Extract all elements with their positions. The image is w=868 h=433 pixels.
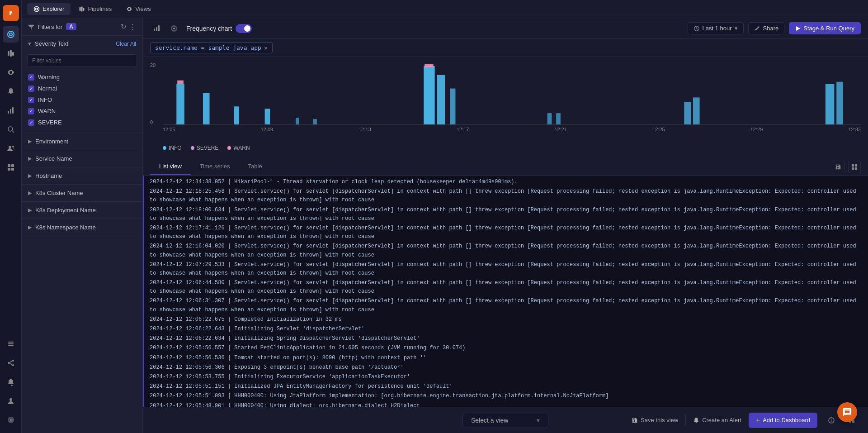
severity-filter-input[interactable] [27, 54, 137, 67]
stage-run-button[interactable]: Stage & Run Query [789, 22, 861, 34]
filter-panel: Filters for A ↻ ⋮ ▾ Severity Text Clear … [22, 18, 143, 433]
log-entry[interactable]: 2024-12-12 12:18:00.634 | Servlet.servic… [144, 205, 868, 224]
time-selector[interactable]: Last 1 hour ▾ [688, 22, 744, 34]
svg-rect-36 [234, 106, 239, 124]
y-label-20: 20 [150, 62, 156, 68]
clear-all-button[interactable]: Clear All [116, 41, 136, 47]
severity-normal-checkbox[interactable] [28, 86, 34, 92]
sidebar-team-icon[interactable] [3, 140, 19, 157]
sidebar-views-icon[interactable] [3, 64, 19, 81]
sidebar-integrations-icon[interactable] [3, 355, 19, 371]
info-icon-btn[interactable]: i [825, 414, 838, 427]
tab-table[interactable]: Table [239, 158, 271, 175]
severity-info-checkbox[interactable] [28, 97, 34, 103]
sidebar-notifications-icon[interactable] [3, 374, 19, 390]
sidebar-list-icon[interactable] [3, 336, 19, 352]
nav-tab-pipelines[interactable]: Pipelines [72, 3, 118, 15]
more-icon[interactable]: ⋮ [129, 23, 136, 31]
severity-severe-checkbox[interactable] [28, 119, 34, 126]
log-entry[interactable]: 2024-12-12 12:05:56.557 | Started PetCli… [144, 343, 868, 353]
hostname-label: Hostname [35, 172, 62, 179]
log-container[interactable]: 2024-12-12 12:34:38.052 | HikariPool-1 -… [143, 176, 868, 407]
x-label-1221: 12:21 [555, 127, 567, 132]
tab-time-series[interactable]: Time series [191, 158, 239, 175]
sidebar-settings-icon[interactable] [3, 412, 19, 428]
nav-tab-views[interactable]: Views [120, 3, 157, 15]
chart-type-icon[interactable] [150, 22, 164, 35]
log-entry[interactable]: 2024-12-12 12:06:22.675 | Completed init… [144, 315, 868, 324]
log-entry[interactable]: 2024-12-12 12:06:22.643 | Initializing S… [144, 324, 868, 334]
collapsible-hostname: ▶ Hostname [22, 167, 142, 185]
create-alert-button[interactable]: Create an Alert [693, 417, 741, 423]
k8s-deployment-header[interactable]: ▶ K8s Deployment Name [22, 202, 142, 219]
chat-bubble[interactable] [837, 402, 857, 422]
log-entry[interactable]: 2024-12-12 12:06:44.580 | Servlet.servic… [144, 278, 868, 296]
severity-item-severe[interactable]: SEVERE [25, 117, 139, 128]
svg-rect-35 [203, 93, 210, 125]
chevron-down-icon: ▾ [28, 40, 31, 47]
filter-tag-remove-icon[interactable]: × [264, 45, 268, 51]
svg-rect-52 [855, 164, 857, 166]
severity-header[interactable]: ▾ Severity Text Clear All [22, 36, 142, 52]
severity-item-info[interactable]: INFO [25, 94, 139, 105]
collapsible-k8s-deployment: ▶ K8s Deployment Name [22, 202, 142, 219]
log-entry[interactable]: 2024-12-12 12:17:41.126 | Servlet.servic… [144, 224, 868, 242]
severity-severe-label: SEVERE [38, 119, 62, 126]
nav-tab-explorer-label: Explorer [42, 5, 64, 12]
sidebar-explorer-icon[interactable] [3, 26, 19, 43]
filter-tag-text: service.name = sample_java_app [155, 44, 261, 51]
nav-tab-explorer[interactable]: Explorer [27, 3, 71, 15]
sidebar-search-icon[interactable] [3, 121, 19, 138]
log-entry[interactable]: 2024-12-12 12:05:53.755 | Initializing E… [144, 372, 868, 382]
log-entry[interactable]: 2024-12-12 12:16:04.020 | Servlet.servic… [144, 242, 868, 260]
k8s-namespace-header[interactable]: ▶ K8s Namespace Name [22, 219, 142, 236]
log-entry[interactable]: 2024-12-12 12:05:56.536 | Tomcat started… [144, 353, 868, 363]
service-name-header[interactable]: ▶ Service Name [22, 150, 142, 167]
severity-warn-checkbox[interactable] [28, 108, 34, 114]
chevron-right-icon: ▶ [28, 138, 32, 144]
k8s-cluster-header[interactable]: ▶ K8s Cluster Name [22, 185, 142, 201]
save-view-button[interactable]: Save this view [632, 417, 678, 423]
filter-header: Filters for A ↻ ⋮ [22, 18, 142, 36]
log-entry[interactable]: 2024-12-12 12:05:48.901 | HHH000400: Usi… [144, 401, 868, 407]
sidebar-pipelines-icon[interactable] [3, 45, 19, 62]
chart-svg [163, 62, 861, 124]
refresh-icon[interactable]: ↻ [121, 23, 127, 31]
svg-rect-26 [81, 6, 83, 11]
frequency-toggle[interactable] [236, 24, 252, 33]
brand-icon[interactable] [3, 5, 19, 21]
svg-rect-44 [425, 64, 434, 67]
nav-tab-views-label: Views [135, 5, 151, 12]
sidebar-alerts-icon[interactable] [3, 83, 19, 100]
log-entry[interactable]: 2024-12-12 12:34:38.052 | HikariPool-1 -… [144, 177, 868, 187]
layout-icon-btn[interactable] [848, 161, 861, 173]
collapsible-k8s-namespace: ▶ K8s Namespace Name [22, 219, 142, 236]
log-entry[interactable]: 2024-12-12 12:05:51.093 | HHH000400: Usi… [144, 391, 868, 401]
select-view-button[interactable]: Select a view ▾ [462, 413, 548, 428]
tabs-bar: List view Time series Table [143, 158, 868, 176]
severity-item-warn[interactable]: WARN [25, 105, 139, 117]
x-label-1205: 12:05 [163, 127, 175, 132]
add-to-dashboard-button[interactable]: + Add to Dashboard [749, 413, 817, 428]
svg-rect-54 [855, 167, 857, 169]
severity-item-warning[interactable]: Warning [25, 71, 139, 83]
sidebar-analytics-icon[interactable] [3, 102, 19, 119]
severity-item-normal[interactable]: Normal [25, 83, 139, 94]
log-entry[interactable]: 2024-12-12 12:07:29.533 | Servlet.servic… [144, 260, 868, 278]
tab-list-view[interactable]: List view [150, 158, 191, 175]
chevron-right-icon-3: ▶ [28, 173, 32, 179]
sidebar-users-icon[interactable] [3, 393, 19, 409]
sidebar-apps-icon[interactable] [3, 159, 19, 176]
settings-icon-btn[interactable] [167, 22, 181, 35]
log-entry[interactable]: 2024-12-12 12:05:51.151 | Initialized JP… [144, 382, 868, 391]
log-entry[interactable]: 2024-12-12 12:05:56.306 | Exposing 3 end… [144, 363, 868, 372]
log-entry[interactable]: 2024-12-12 12:18:25.458 | Servlet.servic… [144, 187, 868, 205]
hostname-header[interactable]: ▶ Hostname [22, 167, 142, 184]
tabs-right [832, 161, 861, 173]
severity-warning-checkbox[interactable] [28, 74, 34, 81]
share-button[interactable]: Share [748, 22, 785, 34]
log-entry[interactable]: 2024-12-12 12:06:31.307 | Servlet.servic… [144, 296, 868, 314]
log-entry[interactable]: 2024-12-12 12:06:22.634 | Initializing S… [144, 334, 868, 343]
save-view-icon-btn[interactable] [832, 161, 844, 173]
environment-header[interactable]: ▶ Environment [22, 133, 142, 150]
